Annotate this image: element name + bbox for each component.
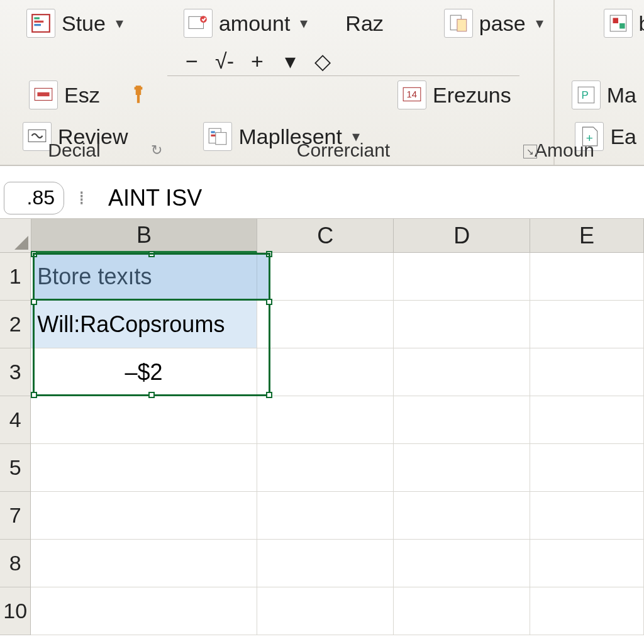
erezuns-button[interactable]: 14 Erezuns <box>390 78 519 112</box>
cell-value: Will:RaCopsroums <box>37 311 225 338</box>
cell-e4[interactable] <box>530 396 644 444</box>
ribbon: Stue ▾ amount ▾ Raz pase ▾ br <box>0 0 644 166</box>
cell-b3[interactable]: –$2 <box>31 348 257 396</box>
esz-icon <box>29 80 58 109</box>
pase-icon <box>444 9 473 38</box>
column-header-b[interactable]: B <box>31 219 258 253</box>
row-header[interactable]: 3 <box>0 348 31 396</box>
spreadsheet-grid: B C D E 1 Btore texıts 2 Will:RaCopsroum… <box>0 219 644 635</box>
cell-d7[interactable] <box>394 492 530 540</box>
cell-c4[interactable] <box>257 396 394 444</box>
esz-button[interactable]: Esz <box>21 78 108 112</box>
svg-rect-7 <box>457 19 467 31</box>
row-header[interactable]: 2 <box>0 301 31 348</box>
svg-rect-15 <box>137 95 140 103</box>
br-icon <box>604 9 633 38</box>
formula-input[interactable] <box>99 182 644 214</box>
cell-b1[interactable]: Btore texıts <box>31 253 257 301</box>
cell-value: –$2 <box>125 359 162 386</box>
cell-b7[interactable] <box>31 492 257 540</box>
cell-b8[interactable] <box>31 540 257 587</box>
fx-handle[interactable]: ⁞ <box>73 187 91 209</box>
cell-e1[interactable] <box>530 253 644 301</box>
pin-icon[interactable] <box>124 80 153 109</box>
cell-b4[interactable] <box>31 396 257 444</box>
cell-value: Btore texıts <box>37 264 152 290</box>
row-header[interactable]: 1 <box>0 253 31 301</box>
cell-c1[interactable] <box>257 253 394 301</box>
raz-button[interactable]: Raz <box>338 9 391 38</box>
cell-d5[interactable] <box>394 444 530 492</box>
cell-d2[interactable] <box>394 301 530 348</box>
erezuns-label: Erezuns <box>433 83 511 108</box>
ma-label: Ma <box>607 83 636 108</box>
erezuns-icon: 14 <box>397 80 426 109</box>
amount-icon <box>184 9 213 38</box>
svg-point-5 <box>200 16 207 23</box>
cell-e5[interactable] <box>530 444 644 492</box>
br-label: br <box>639 11 644 36</box>
svg-rect-0 <box>32 14 50 32</box>
pase-button[interactable]: pase ▾ <box>436 6 551 40</box>
check-minus-button[interactable]: √- <box>215 49 234 74</box>
row-header[interactable]: 5 <box>0 444 31 492</box>
select-all-triangle[interactable] <box>0 219 31 253</box>
svg-rect-14 <box>134 87 142 89</box>
cell-d1[interactable] <box>394 253 530 301</box>
chevron-down-icon: ▾ <box>300 14 308 32</box>
stue-icon <box>26 9 55 38</box>
cell-c5[interactable] <box>257 444 394 492</box>
cell-c7[interactable] <box>257 492 394 540</box>
svg-rect-2 <box>34 21 43 23</box>
column-header-e[interactable]: E <box>530 219 644 253</box>
cell-c3[interactable] <box>257 348 394 396</box>
cell-b5[interactable] <box>31 444 257 492</box>
svg-rect-10 <box>619 23 625 29</box>
cell-e2[interactable] <box>530 301 644 348</box>
dialog-launcher[interactable]: ↘ <box>523 145 537 158</box>
amount-button[interactable]: amount ▾ <box>176 6 315 40</box>
svg-rect-12 <box>37 92 49 96</box>
column-header-c[interactable]: C <box>257 219 394 253</box>
cell-e3[interactable] <box>530 348 644 396</box>
row-header[interactable]: 4 <box>0 396 31 444</box>
cell-e7[interactable] <box>530 492 644 540</box>
column-header-d[interactable]: D <box>394 219 530 253</box>
stue-label: Stue <box>62 11 106 36</box>
diamond-button[interactable]: ◇ <box>313 48 332 74</box>
cell-d8[interactable] <box>394 540 530 587</box>
cell-e8[interactable] <box>530 540 644 587</box>
dropdown-caret-button[interactable]: ▾ <box>280 48 299 74</box>
esz-label: Esz <box>64 83 100 108</box>
cell-e10[interactable] <box>530 587 644 635</box>
refresh-icon[interactable]: ↻ <box>151 142 162 158</box>
cell-d4[interactable] <box>394 396 530 444</box>
cell-c10[interactable] <box>257 587 394 635</box>
cell-c2[interactable] <box>257 301 394 348</box>
row-header[interactable]: 7 <box>0 492 31 540</box>
ma-button[interactable]: P Ma <box>564 78 644 112</box>
amount-label: amount <box>219 11 290 36</box>
svg-text:P: P <box>581 89 588 101</box>
formula-bar: .85 ⁞ <box>0 177 644 219</box>
svg-rect-1 <box>34 17 40 19</box>
name-box[interactable]: .85 <box>4 182 64 214</box>
row-header[interactable]: 8 <box>0 540 31 587</box>
row-header[interactable]: 10 <box>0 587 31 635</box>
cell-b10[interactable] <box>31 587 257 635</box>
stue-button[interactable]: Stue ▾ <box>19 6 131 40</box>
svg-text:14: 14 <box>407 89 418 99</box>
minus-button[interactable]: − <box>182 49 201 74</box>
cell-b2[interactable]: Will:RaCopsroums <box>31 301 257 348</box>
plus-button[interactable]: + <box>248 49 267 74</box>
chevron-down-icon: ▾ <box>536 14 543 32</box>
cell-d10[interactable] <box>394 587 530 635</box>
group-label-amoun: Amoun <box>519 140 639 161</box>
raz-label: Raz <box>345 11 383 36</box>
cell-c8[interactable] <box>257 540 394 587</box>
br-button[interactable]: br <box>596 6 644 40</box>
svg-rect-3 <box>34 24 41 26</box>
cell-d3[interactable] <box>394 348 530 396</box>
group-label-decial: Decial <box>0 140 148 161</box>
mini-separator <box>167 75 519 76</box>
